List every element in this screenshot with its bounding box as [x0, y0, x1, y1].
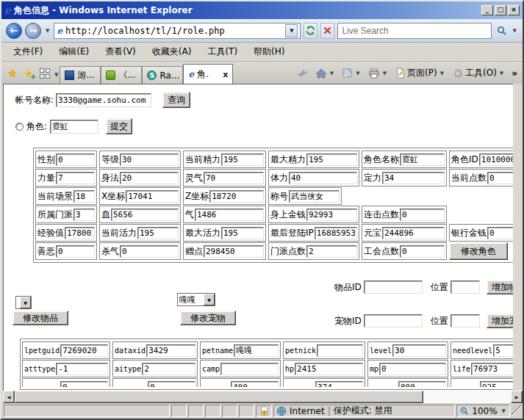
field-input[interactable] — [120, 153, 179, 166]
toolbar-overflow-chevron[interactable]: » — [509, 67, 520, 80]
account-name-input[interactable] — [56, 93, 151, 107]
address-input[interactable] — [65, 26, 282, 36]
home-dropdown-icon[interactable]: ▼ — [329, 70, 335, 76]
tab-close-icon[interactable]: x — [223, 70, 228, 79]
field-input[interactable] — [126, 190, 179, 203]
tab-list-dropdown-icon[interactable]: ▼ — [53, 72, 60, 78]
menu-file[interactable]: 文件(F) — [6, 43, 50, 60]
add-item-button[interactable]: 增加物品 — [487, 280, 513, 294]
field-input[interactable] — [60, 344, 108, 357]
horizontal-scroll-track[interactable] — [423, 391, 511, 403]
refresh-button[interactable] — [304, 23, 317, 39]
search-button[interactable] — [495, 23, 509, 39]
tab-2[interactable]: 《... — [101, 66, 142, 84]
field-input[interactable] — [73, 190, 95, 203]
field-input[interactable] — [142, 363, 195, 375]
maximize-button[interactable]: □ — [495, 5, 506, 15]
resize-grip[interactable] — [512, 405, 521, 417]
tools-menu-button[interactable]: 工具(O) ▼ — [450, 65, 507, 81]
field-input[interactable] — [221, 227, 264, 239]
modify-item-button[interactable]: 修改物品 — [12, 311, 68, 325]
select-dropdown-icon[interactable]: ▼ — [20, 297, 31, 308]
field-input[interactable] — [289, 172, 357, 184]
menu-favorites[interactable]: 收藏夹(A) — [145, 43, 199, 60]
field-input[interactable] — [111, 209, 179, 221]
query-button[interactable]: 查询 — [162, 92, 190, 108]
pet-select[interactable]: 嘎嘎 ▼ — [177, 293, 215, 306]
field-input[interactable] — [204, 172, 264, 184]
tools-dropdown-icon[interactable]: ▼ — [498, 70, 505, 76]
forward-button[interactable]: → — [25, 23, 41, 39]
scroll-left-button[interactable]: ◀ — [3, 391, 15, 403]
field-input[interactable] — [209, 190, 264, 203]
field-input[interactable] — [487, 172, 513, 184]
modify-role-button[interactable]: 修改角色 — [449, 242, 508, 260]
menu-edit[interactable]: 编辑(E) — [51, 43, 96, 60]
field-input[interactable] — [400, 153, 445, 166]
menu-tools[interactable]: 工具(T) — [200, 43, 245, 60]
field-input[interactable] — [148, 381, 195, 388]
field-input[interactable] — [382, 227, 445, 239]
add-favorite-button[interactable]: ★ — [21, 65, 37, 82]
home-button[interactable]: ▼ — [313, 66, 337, 81]
field-input[interactable] — [73, 209, 95, 221]
field-input[interactable] — [60, 381, 108, 388]
field-input[interactable] — [317, 344, 363, 357]
role-radio-button[interactable] — [15, 123, 24, 131]
field-input[interactable] — [295, 363, 363, 375]
stop-button[interactable] — [320, 23, 334, 39]
field-input[interactable] — [234, 344, 279, 357]
print-dropdown-icon[interactable]: ▼ — [381, 70, 388, 76]
field-input[interactable] — [120, 172, 179, 184]
field-input[interactable] — [382, 172, 445, 184]
feeds-dropdown-icon[interactable]: ▼ — [354, 70, 361, 76]
close-button[interactable]: × — [508, 5, 520, 15]
field-input[interactable] — [480, 381, 513, 388]
field-input[interactable] — [221, 153, 264, 166]
field-input[interactable] — [400, 209, 445, 221]
field-input[interactable] — [398, 381, 446, 388]
horizontal-scroll-thumb[interactable] — [15, 391, 423, 403]
field-input[interactable] — [65, 227, 95, 239]
zoom-pane[interactable]: 100% ▼ — [456, 405, 510, 417]
page-menu-button[interactable]: 页面(P) ▼ — [392, 65, 448, 81]
favorites-center-button[interactable]: ★ — [4, 65, 21, 82]
field-input[interactable] — [146, 344, 195, 357]
role-name-input[interactable] — [50, 120, 98, 134]
minimize-button[interactable]: _ — [481, 5, 493, 15]
field-input[interactable] — [315, 381, 363, 388]
feeds-button[interactable]: ▼ — [340, 66, 363, 80]
field-input[interactable] — [56, 363, 108, 375]
zoom-dropdown-icon[interactable]: ▼ — [500, 408, 507, 414]
custom-tool-button[interactable] — [295, 66, 311, 81]
menu-view[interactable]: 查看(V) — [98, 43, 143, 60]
field-input[interactable] — [137, 227, 179, 239]
field-input[interactable] — [56, 153, 95, 166]
history-dropdown-icon[interactable]: ▼ — [44, 28, 51, 34]
tab-4-active[interactable]: e 角. x — [183, 64, 233, 84]
address-dropdown-button[interactable]: ▼ — [285, 24, 298, 37]
field-input[interactable] — [315, 227, 357, 239]
item-id-input[interactable] — [364, 280, 423, 294]
tab-3[interactable]: S Ra... — [142, 66, 183, 84]
field-input[interactable] — [306, 153, 357, 166]
modify-pet-button[interactable]: 修改宠物 — [180, 311, 236, 325]
back-button[interactable]: ← — [6, 23, 22, 39]
print-button[interactable]: ▼ — [366, 66, 390, 81]
field-input[interactable] — [204, 245, 264, 258]
tab-1[interactable]: 游... — [60, 66, 101, 84]
select-dropdown-icon[interactable]: ▼ — [204, 294, 215, 305]
field-input[interactable] — [400, 245, 445, 258]
field-input[interactable] — [120, 245, 179, 258]
field-input[interactable] — [379, 363, 446, 375]
search-input[interactable] — [338, 26, 490, 36]
field-input[interactable] — [392, 344, 446, 357]
item-select[interactable]: ▼ — [15, 296, 32, 309]
field-input[interactable] — [487, 227, 513, 239]
field-input[interactable] — [306, 245, 357, 258]
menu-help[interactable]: 帮助(H) — [246, 43, 292, 60]
field-input[interactable] — [306, 209, 357, 221]
field-input[interactable] — [471, 363, 513, 375]
quick-tabs-button[interactable] — [37, 65, 53, 82]
page-dropdown-icon[interactable]: ▼ — [439, 70, 445, 76]
